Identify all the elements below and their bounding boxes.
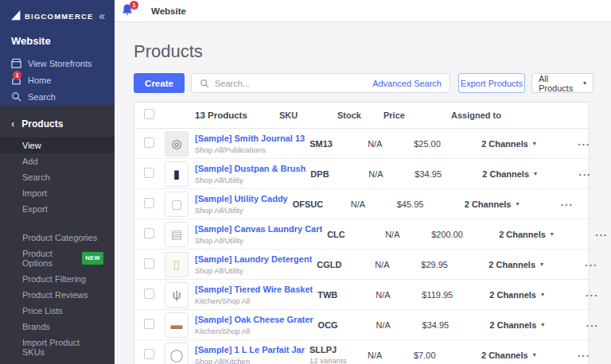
search-input[interactable] <box>215 79 372 88</box>
sidebar-menu-item[interactable]: Product Reviews <box>0 287 115 303</box>
channels-label: 2 Channels <box>481 350 528 360</box>
caret-down-icon: ▾ <box>534 170 537 177</box>
row-actions-button[interactable]: ··· <box>563 289 598 301</box>
column-header-sku: SKU <box>279 110 337 120</box>
row-checkbox[interactable] <box>144 198 154 208</box>
product-name-link[interactable]: [Sample] Dustpan & Brush <box>195 164 306 174</box>
sidebar-menu-item-label: Search <box>22 172 50 182</box>
search-box[interactable]: Advanced Search <box>191 73 450 93</box>
caret-down-icon: ▾ <box>516 200 519 207</box>
notification-count-badge: 1 <box>130 1 138 10</box>
product-category: Kitchen/Shop All <box>195 296 313 305</box>
row-actions-button[interactable]: ··· <box>564 319 599 331</box>
sidebar-menu-item[interactable]: Product Options NEW <box>0 246 115 271</box>
topbar-tab-website[interactable]: Website <box>151 6 186 16</box>
store-name: Website <box>0 25 115 55</box>
sidebar-menu-item[interactable]: Product Categories <box>0 230 115 246</box>
row-checkbox[interactable] <box>144 168 154 178</box>
channels-label: 2 Channels <box>465 199 512 209</box>
product-thumbnail-glyph: ◯ <box>170 348 184 362</box>
caret-down-icon: ▾ <box>533 140 536 147</box>
channels-dropdown[interactable]: 2 Channels ▾ <box>464 350 555 360</box>
row-checkbox[interactable] <box>144 137 154 148</box>
table-header-row: 13 Products SKU Stock Price Assigned to <box>134 103 589 129</box>
product-stock: N/A <box>351 199 397 209</box>
sidebar-menu-item-label: Add <box>22 157 38 166</box>
product-name-link[interactable]: [Sample] Smith Journal 13 <box>195 134 305 144</box>
product-price: $29.95 <box>421 260 471 269</box>
row-actions-button[interactable]: ··· <box>555 138 590 150</box>
column-header-stock: Stock <box>337 110 383 120</box>
sidebar-products-menu: View Add Search Import Export <box>0 137 115 217</box>
row-actions-button[interactable]: ··· <box>562 259 597 271</box>
select-all-checkbox[interactable] <box>144 109 154 119</box>
sidebar-menu-item[interactable]: Export <box>0 201 115 217</box>
row-actions-button[interactable]: ··· <box>555 350 590 362</box>
product-price: $200.00 <box>431 230 481 239</box>
product-category: Shop All/Utility <box>195 236 322 245</box>
row-actions-button[interactable]: ··· <box>556 168 591 180</box>
product-sku: SLLPJ <box>309 345 368 354</box>
create-button[interactable]: Create <box>134 73 185 93</box>
product-price: $7.00 <box>414 350 464 360</box>
export-products-button[interactable]: Export Products <box>458 73 525 93</box>
sidebar-menu-item[interactable]: Import <box>0 185 115 201</box>
row-actions-button[interactable]: ··· <box>573 229 608 241</box>
product-filter-dropdown[interactable]: All Products ▾ <box>531 73 593 93</box>
channels-dropdown[interactable]: 2 Channels ▾ <box>464 139 555 149</box>
sidebar-menu-item[interactable]: View <box>0 137 115 153</box>
product-name-link[interactable]: [Sample] 1 L Le Parfait Jar <box>195 345 305 355</box>
sidebar-item-home[interactable]: 1 Home <box>0 72 115 88</box>
product-stock: N/A <box>375 260 421 269</box>
sidebar-menu-item[interactable]: Product Filtering <box>0 271 115 287</box>
product-thumbnail: ▤ <box>165 222 189 247</box>
sidebar-menu-item[interactable]: Add <box>0 153 115 169</box>
table-row: ▤ [Sample] Canvas Laundry Cart Shop All/… <box>134 219 589 250</box>
products-table: 13 Products SKU Stock Price Assigned to … <box>134 102 590 364</box>
product-name-link[interactable]: [Sample] Canvas Laundry Cart <box>195 224 322 234</box>
product-price: $45.95 <box>397 199 447 209</box>
sidebar-item-label: Home <box>28 76 51 85</box>
product-sku: OCG <box>318 320 376 330</box>
storefront-icon <box>11 58 21 68</box>
product-name-link[interactable]: [Sample] Oak Cheese Grater <box>195 315 313 325</box>
sidebar-menu-item[interactable]: Search <box>0 169 115 185</box>
advanced-search-link[interactable]: Advanced Search <box>372 79 442 88</box>
channels-dropdown[interactable]: 2 Channels ▾ <box>447 199 539 209</box>
row-actions-button[interactable]: ··· <box>539 199 574 211</box>
caret-down-icon: ▾ <box>541 321 544 328</box>
channels-label: 2 Channels <box>499 230 546 239</box>
caret-down-icon: ▾ <box>551 230 554 238</box>
channels-dropdown[interactable]: 2 Channels ▾ <box>481 230 573 239</box>
product-category: Shop All/Kitchen <box>195 357 305 364</box>
sidebar: BIGCOMMERCE « Website View Storefronts 1… <box>0 0 115 364</box>
row-checkbox[interactable] <box>144 349 154 359</box>
row-checkbox[interactable] <box>144 288 154 299</box>
sidebar-menu-item[interactable]: Import Product SKUs <box>0 335 115 360</box>
caret-down-icon: ▾ <box>541 291 544 298</box>
notifications-button[interactable]: 1 <box>121 3 137 19</box>
product-name-link[interactable]: [Sample] Laundry Detergent <box>195 254 312 265</box>
sidebar-section-products[interactable]: ‹ Products <box>0 105 115 137</box>
sidebar-menu-item[interactable]: Export Product SKUs <box>0 360 115 364</box>
sidebar-section-label: Products <box>21 118 63 130</box>
table-row: ▢ [Sample] Utility Caddy Shop All/Utilit… <box>134 189 589 219</box>
sidebar-item-search[interactable]: Search <box>0 88 115 105</box>
channels-dropdown[interactable]: 2 Channels ▾ <box>471 260 562 269</box>
product-stock: N/A <box>368 169 414 179</box>
row-checkbox[interactable] <box>144 258 154 269</box>
sidebar-menu-item[interactable]: Price Lists <box>0 303 115 319</box>
sidebar-menu-item[interactable]: Brands <box>0 319 115 335</box>
channels-dropdown[interactable]: 2 Channels ▾ <box>465 169 556 179</box>
product-name-link[interactable]: [Sample] Tiered Wire Basket <box>195 285 313 295</box>
channels-dropdown[interactable]: 2 Channels ▾ <box>473 320 564 330</box>
channels-dropdown[interactable]: 2 Channels ▾ <box>472 290 563 300</box>
product-name-link[interactable]: [Sample] Utility Caddy <box>195 194 288 204</box>
caret-down-icon: ▾ <box>533 351 536 358</box>
sidebar-item-view-storefronts[interactable]: View Storefronts <box>0 55 115 72</box>
row-checkbox[interactable] <box>144 228 154 238</box>
collapse-sidebar-icon[interactable]: « <box>99 10 105 22</box>
row-checkbox[interactable] <box>144 319 154 329</box>
product-stock: N/A <box>376 290 422 300</box>
product-stock: N/A <box>376 320 422 330</box>
